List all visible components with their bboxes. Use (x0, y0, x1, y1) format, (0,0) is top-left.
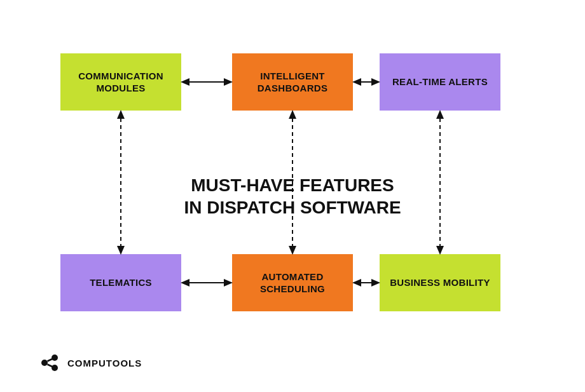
box-telematics: TELEMATICS (60, 254, 181, 311)
box-realtime-alerts: REAL-TIME ALERTS (380, 53, 500, 111)
svg-line-11 (48, 365, 53, 367)
logo-area: COMPUTOOLS (38, 351, 142, 374)
computools-icon (38, 351, 61, 374)
center-title: MUST-HAVE FEATURES IN DISPATCH SOFTWARE (184, 174, 401, 219)
svg-point-8 (52, 355, 58, 361)
box-intelligent-dashboards: INTELLIGENT DASHBOARDS (232, 53, 353, 111)
svg-point-9 (52, 365, 58, 371)
box-communication-modules: COMMUNICATION MODULES (60, 53, 181, 111)
logo-text: COMPUTOOLS (67, 358, 142, 368)
diagram-container: MUST-HAVE FEATURES IN DISPATCH SOFTWARE … (0, 0, 585, 392)
box-automated-scheduling: AUTOMATED SCHEDULING (232, 254, 353, 311)
svg-point-7 (41, 360, 48, 366)
svg-line-10 (48, 359, 53, 362)
box-business-mobility: BUSINESS MOBILITY (380, 254, 500, 311)
